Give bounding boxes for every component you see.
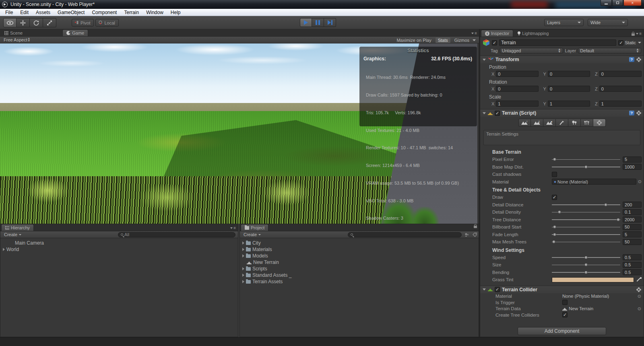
tree-distance-slider[interactable] — [552, 217, 620, 222]
expand-arrow-icon[interactable] — [242, 274, 244, 277]
terrain-data-value[interactable]: New Terrain — [569, 306, 593, 311]
menu-component[interactable]: Component — [88, 9, 120, 16]
hierarchy-create-button[interactable]: Create — [2, 231, 23, 238]
gear-icon[interactable] — [636, 287, 641, 292]
smooth-height-tool[interactable]: ● — [543, 119, 556, 127]
speed-value[interactable]: 0.5 — [623, 254, 642, 260]
play-button[interactable] — [300, 18, 312, 27]
layers-dropdown[interactable]: Layers — [544, 19, 584, 26]
gear-icon[interactable] — [636, 111, 641, 115]
create-tree-colliders-checkbox[interactable] — [562, 312, 568, 317]
tab-lightmapping[interactable]: Lightmapping — [514, 30, 552, 37]
menu-gameobject[interactable]: GameObject — [54, 9, 88, 16]
expand-arrow-icon[interactable] — [242, 254, 244, 257]
game-panel-menu-icon[interactable]: ≡ — [471, 31, 477, 35]
tab-hierarchy[interactable]: Hierarchy — [1, 224, 34, 231]
max-mesh-trees-slider[interactable] — [552, 239, 620, 245]
expand-arrow-icon[interactable] — [242, 267, 244, 270]
position-y-field[interactable]: 0 — [548, 71, 590, 77]
menu-terrain[interactable]: Terrain — [120, 9, 142, 16]
help-icon[interactable]: ? — [629, 111, 634, 115]
terrain-settings-tool[interactable] — [593, 119, 606, 127]
project-item-terrain-assets[interactable]: Terrain Assets — [240, 278, 479, 285]
pixel-error-slider[interactable] — [552, 157, 620, 162]
help-icon[interactable]: ? — [629, 57, 634, 62]
max-mesh-trees-value[interactable]: 50 — [623, 239, 642, 245]
menu-file[interactable]: File — [2, 9, 17, 16]
menu-assets[interactable]: Assets — [32, 9, 54, 16]
hierarchy-item-world[interactable]: World — [0, 246, 238, 253]
scale-tool-button[interactable] — [43, 18, 56, 27]
tag-dropdown[interactable]: Untagged▲▼ — [500, 48, 563, 54]
billboard-start-slider[interactable] — [552, 224, 620, 230]
pivot-toggle-button[interactable]: Pivot — [72, 19, 94, 27]
tab-project[interactable]: Project — [241, 224, 268, 231]
expand-arrow-icon[interactable] — [3, 248, 5, 251]
detail-density-value[interactable]: 0.1 — [623, 209, 642, 215]
stats-toggle[interactable]: Stats — [436, 37, 450, 43]
tab-inspector[interactable]: i Inspector — [481, 30, 513, 37]
object-picker-icon[interactable]: ⊙ — [638, 306, 641, 311]
pause-button[interactable] — [312, 18, 324, 27]
scale-z-field[interactable]: 1 — [599, 101, 642, 107]
static-dropdown-icon[interactable] — [638, 42, 641, 43]
size-slider[interactable] — [552, 262, 620, 268]
size-value[interactable]: 0.5 — [623, 262, 642, 268]
maximize-on-play-toggle[interactable]: Maximize on Play — [396, 38, 431, 43]
local-toggle-button[interactable]: Local — [95, 19, 118, 27]
position-x-field[interactable]: 0 — [496, 71, 538, 77]
terrain-enabled-checkbox[interactable] — [495, 111, 500, 116]
is-trigger-checkbox[interactable] — [562, 300, 568, 305]
move-tool-button[interactable] — [17, 18, 30, 27]
transform-header[interactable]: Transform ? — [480, 56, 644, 63]
terrain-collider-header[interactable]: Terrain Collider — [480, 286, 644, 293]
label-tag-icon[interactable] — [473, 233, 477, 237]
project-item-materials[interactable]: Materials — [240, 246, 479, 253]
object-name-field[interactable]: Terrain — [499, 39, 616, 46]
project-item-models[interactable]: Models — [240, 253, 479, 259]
project-create-button[interactable]: Create — [242, 231, 263, 238]
position-z-field[interactable]: 0 — [599, 71, 642, 77]
collider-enabled-checkbox[interactable] — [495, 287, 500, 292]
place-trees-tool[interactable] — [568, 119, 581, 127]
step-button[interactable] — [324, 18, 336, 27]
expand-arrow-icon[interactable] — [242, 280, 244, 283]
layer-dropdown[interactable]: Default▲▼ — [578, 48, 641, 54]
foldout-arrow-icon[interactable] — [483, 59, 486, 61]
paint-height-tool[interactable]: ‡ — [531, 119, 543, 127]
bending-slider[interactable] — [552, 270, 620, 275]
foldout-arrow-icon[interactable] — [483, 288, 486, 290]
rotate-tool-button[interactable] — [30, 18, 43, 27]
hierarchy-search-input[interactable]: All — [118, 232, 235, 237]
cast-shadows-checkbox[interactable] — [552, 172, 557, 177]
inspector-lock-icon[interactable] — [632, 31, 635, 37]
terrain-script-header[interactable]: Terrain (Script) ? — [480, 109, 644, 117]
collider-material-value[interactable]: None (Physic Material) — [562, 294, 609, 299]
object-picker-icon[interactable]: ⊙ — [638, 294, 641, 299]
rotation-y-field[interactable]: 0 — [548, 86, 590, 92]
gizmos-dropdown[interactable]: Gizmos — [454, 38, 476, 43]
close-button[interactable]: × — [623, 0, 642, 6]
menu-edit[interactable]: Edit — [17, 9, 32, 16]
speed-slider[interactable] — [552, 255, 620, 260]
project-item-new-terrain[interactable]: New Terrain — [240, 259, 479, 266]
view-tool-button[interactable] — [3, 18, 17, 27]
detail-distance-value[interactable]: 200 — [623, 202, 642, 208]
fade-length-slider[interactable] — [552, 232, 620, 237]
detail-density-slider[interactable] — [552, 209, 620, 215]
billboard-start-value[interactable]: 50 — [623, 224, 642, 230]
add-component-button[interactable]: Add Component — [518, 327, 606, 335]
bending-value[interactable]: 0.5 — [623, 269, 642, 275]
project-item-city[interactable]: City — [240, 240, 479, 246]
expand-arrow-icon[interactable] — [242, 241, 244, 245]
inspector-panel-menu-icon[interactable]: ≡ — [636, 31, 642, 36]
expand-arrow-icon[interactable] — [242, 248, 244, 251]
scale-y-field[interactable]: 1 — [548, 101, 590, 107]
eyedropper-icon[interactable] — [636, 277, 642, 282]
project-lock-icon[interactable] — [474, 226, 477, 228]
aspect-dropdown[interactable]: Free Aspect ▲▼ — [2, 37, 33, 43]
minimize-button[interactable] — [601, 0, 612, 6]
rotation-z-field[interactable]: 0 — [599, 86, 642, 92]
project-item-scripts[interactable]: Scripts — [240, 266, 479, 272]
paint-texture-tool[interactable] — [556, 119, 568, 127]
